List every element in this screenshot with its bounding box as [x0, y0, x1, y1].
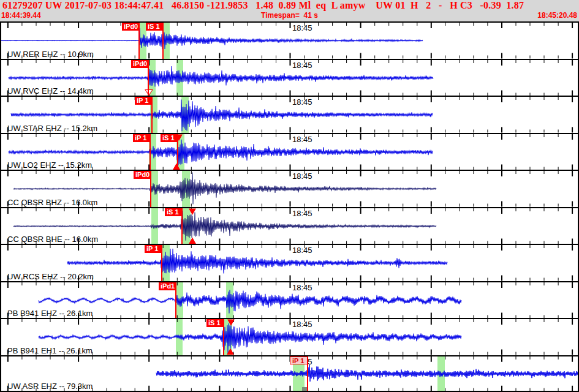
- seismogram-trace: [156, 364, 578, 381]
- station-label: PB B941 EH1 -- 26.1km: [7, 346, 93, 355]
- seismogram-trace: [39, 290, 461, 313]
- pick-label-flag[interactable]: iPd0: [131, 60, 148, 68]
- pick-marker-triangle: [189, 238, 195, 243]
- pick-label-flag[interactable]: iP 1: [133, 134, 150, 142]
- station-label: UW RVC EHZ -- 14.4km: [7, 86, 94, 96]
- trace-list: 18:45 UW RER EHZ -- 10.9km iPd0iS 1 18:4…: [0, 21, 579, 392]
- trace-panel[interactable]: 18:45 UW ASR EHZ -- 79.3km iP 1: [1, 355, 578, 392]
- pick-label-flag[interactable]: iP 1: [290, 356, 308, 364]
- station-label: PB B941 EHZ -- 26.1km: [7, 309, 93, 318]
- event-header-title: 61279207 UW 2017-07-03 18:44:47.41 46.81…: [2, 0, 578, 11]
- station-label: UW RCS EHZ -- 20.2km: [7, 272, 94, 281]
- pick-label-flag[interactable]: iP 1: [135, 97, 152, 105]
- window-start-time: 18:44:39.44: [1, 11, 41, 20]
- pick-label-flag[interactable]: iPd0: [134, 171, 151, 179]
- seismogram-trace: [9, 66, 433, 86]
- seismogram-trace: [67, 249, 447, 274]
- pick-label-flag[interactable]: iS 1: [161, 134, 178, 142]
- timespan-label: Timespan= 41 s: [261, 11, 318, 20]
- trace-panel[interactable]: 18:45 CC QBSR BHZ -- 16.0km iPd0: [1, 170, 578, 207]
- station-label: UW RER EHZ -- 10.9km: [7, 50, 94, 59]
- coda-marker: [302, 387, 307, 391]
- pick-label-flag[interactable]: iS 1: [206, 319, 224, 327]
- trace-panel[interactable]: 18:45 UW RER EHZ -- 10.9km iPd0iS 1: [1, 21, 578, 59]
- pick-label-flag[interactable]: iS 1: [165, 208, 182, 216]
- seismogram-trace: [39, 323, 461, 354]
- window-end-time: 18:45:20.48: [537, 11, 577, 20]
- trace-panel[interactable]: 18:45 UW STAR EHZ -- 15.2km iP 1: [1, 96, 578, 133]
- seismogram-trace: [1, 28, 423, 49]
- pick-label-flag[interactable]: iPd0: [122, 23, 139, 31]
- trace-panel[interactable]: 18:45 UW RVC EHZ -- 14.4km iPd0: [1, 59, 578, 96]
- station-label: UW ASR EHZ -- 79.3km: [7, 382, 93, 391]
- trace-panel[interactable]: 18:45 UW RCS EHZ -- 20.2km iP 1: [1, 244, 578, 281]
- station-label: UW LO2 EHZ -- 15.2km: [7, 160, 92, 170]
- trace-panel[interactable]: 18:45 PB B941 EH1 -- 26.1km iS 1: [1, 318, 578, 355]
- trace-panel[interactable]: 18:45 PB B941 EHZ -- 26.1km iPd1: [1, 281, 578, 318]
- pick-label-flag[interactable]: iPd1: [159, 282, 176, 290]
- trace-panel[interactable]: 18:45 UW LO2 EHZ -- 15.2km iP 1iS 1: [1, 133, 578, 170]
- station-label: UW STAR EHZ -- 15.2km: [7, 124, 97, 133]
- pick-label-flag[interactable]: iP 1: [145, 245, 162, 253]
- station-label: CC QBSR BHZ -- 16.0km: [7, 198, 97, 207]
- pick-marker-triangle: [145, 89, 153, 95]
- station-label: CC QBSR BHE -- 16.0km: [7, 235, 98, 244]
- trace-panel[interactable]: 18:45 CC QBSR BHE -- 16.0km iS 1: [1, 207, 578, 244]
- pick-label-flag[interactable]: iS 1: [146, 23, 163, 31]
